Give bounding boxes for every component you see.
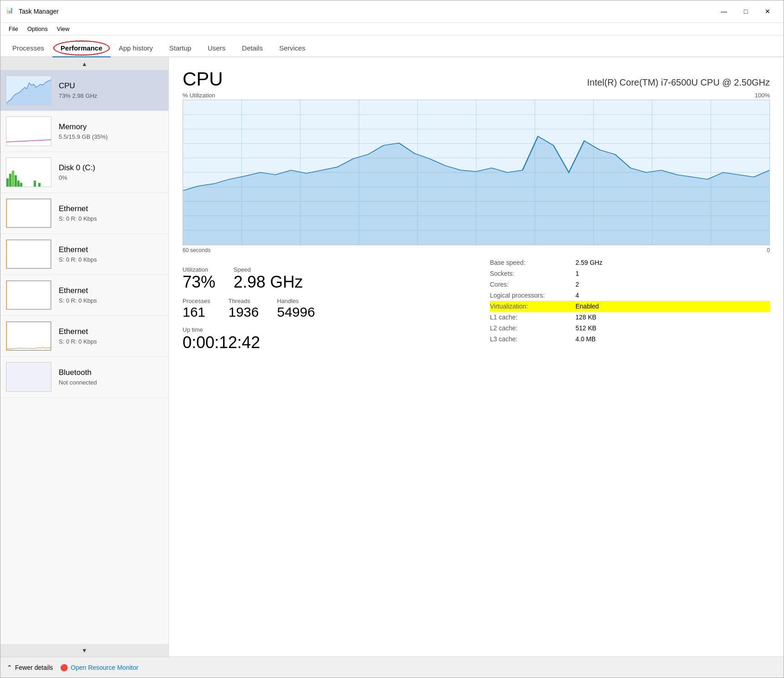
memory-detail: 5.5/15.9 GB (35%): [59, 133, 163, 140]
ethernet4-detail: S: 0 R: 0 Kbps: [59, 338, 163, 345]
tab-services[interactable]: Services: [271, 40, 314, 56]
tab-details[interactable]: Details: [234, 40, 271, 56]
processes-label: Processes: [183, 298, 210, 304]
threads-stat: Threads 1936: [229, 298, 259, 319]
ethernet1-name: Ethernet: [59, 204, 163, 213]
tab-users[interactable]: Users: [199, 40, 234, 56]
meta-cores-key: Cores:: [490, 281, 572, 288]
menu-file[interactable]: File: [4, 24, 23, 34]
svg-rect-14: [6, 240, 51, 268]
meta-base-speed: Base speed: 2.59 GHz: [490, 257, 770, 268]
tab-processes[interactable]: Processes: [4, 40, 52, 56]
uptime-value: 0:00:12:42: [183, 333, 463, 352]
svg-rect-20: [6, 363, 51, 391]
sidebar-item-ethernet2[interactable]: Ethernet S: 0 R: 0 Kbps: [0, 234, 168, 275]
meta-sockets: Sockets: 1: [490, 268, 770, 279]
tab-app-history[interactable]: App history: [111, 40, 161, 56]
disk-detail: 0%: [59, 174, 163, 181]
disk-info: Disk 0 (C:) 0%: [59, 163, 163, 181]
svg-rect-7: [15, 175, 17, 187]
cpu-info: CPU 73% 2.98 GHz: [59, 81, 163, 99]
sidebar-item-ethernet3[interactable]: Ethernet S: 0 R: 0 Kbps: [0, 275, 168, 316]
bluetooth-info: Bluetooth Not connected: [59, 368, 163, 386]
stats-row-1: Utilization 73% Speed 2.98 GHz: [183, 266, 463, 290]
close-button[interactable]: ✕: [757, 4, 778, 19]
ethernet3-thumbnail: [6, 280, 51, 310]
sidebar-item-ethernet1[interactable]: Ethernet S: 0 R: 0 Kbps: [0, 193, 168, 234]
handles-stat: Handles 54996: [277, 298, 315, 319]
svg-rect-12: [6, 199, 51, 228]
fewer-details-button[interactable]: ⌃ Fewer details: [7, 664, 53, 671]
svg-rect-16: [6, 281, 51, 309]
tab-startup[interactable]: Startup: [161, 40, 199, 56]
right-header: CPU Intel(R) Core(TM) i7-6500U CPU @ 2.5…: [183, 68, 770, 90]
open-monitor-label: Open Resource Monitor: [71, 664, 138, 671]
tab-performance[interactable]: Performance: [52, 40, 111, 57]
processes-stat: Processes 161: [183, 298, 210, 319]
bluetooth-detail: Not connected: [59, 379, 163, 386]
ethernet1-thumbnail: [6, 198, 51, 228]
panel-title: CPU: [183, 68, 223, 90]
uptime-group: Up time 0:00:12:42: [183, 326, 463, 352]
ethernet3-name: Ethernet: [59, 286, 163, 295]
meta-l3-cache: L3 cache: 4.0 MB: [490, 334, 770, 344]
titlebar: 📊 Task Manager — □ ✕: [0, 0, 784, 23]
memory-name: Memory: [59, 122, 163, 132]
maximize-button[interactable]: □: [735, 4, 756, 19]
meta-virt-val: Enabled: [575, 303, 599, 310]
performance-circle-annotation: [53, 40, 110, 56]
meta-l2-val: 512 KB: [575, 324, 596, 332]
cpu-detail: 73% 2.98 GHz: [59, 92, 163, 99]
sidebar-item-bluetooth[interactable]: Bluetooth Not connected: [0, 357, 168, 398]
meta-sockets-val: 1: [575, 270, 579, 277]
cpu-chart: [183, 100, 770, 245]
disk-name: Disk 0 (C:): [59, 163, 163, 172]
chart-labels-bottom: 60 seconds 0: [183, 247, 770, 253]
meta-logical-key: Logical processors:: [490, 292, 572, 299]
stats-left: Utilization 73% Speed 2.98 GHz Processes…: [183, 257, 463, 352]
sidebar-item-disk[interactable]: Disk 0 (C:) 0%: [0, 152, 168, 193]
right-panel: CPU Intel(R) Core(TM) i7-6500U CPU @ 2.5…: [169, 57, 784, 657]
meta-base-speed-val: 2.59 GHz: [575, 259, 602, 266]
svg-rect-5: [9, 174, 11, 187]
sidebar-scroll-up[interactable]: ▲: [0, 57, 168, 70]
meta-l2-key: L2 cache:: [490, 324, 572, 332]
window-title: Task Manager: [19, 8, 713, 15]
open-resource-monitor-link[interactable]: 🔴 Open Resource Monitor: [60, 664, 138, 671]
chart-y-label: % Utilization: [183, 92, 215, 99]
main-content: ▲ CPU 73% 2.98 GHz: [0, 57, 784, 657]
minimize-button[interactable]: —: [713, 4, 734, 19]
svg-rect-10: [34, 181, 36, 187]
app-icon: 📊: [6, 7, 15, 16]
sidebar-item-memory[interactable]: Memory 5.5/15.9 GB (35%): [0, 111, 168, 152]
handles-label: Handles: [277, 298, 315, 304]
speed-value: 2.98 GHz: [234, 274, 303, 290]
footer: ⌃ Fewer details 🔴 Open Resource Monitor: [0, 657, 784, 678]
meta-logical-processors: Logical processors: 4: [490, 290, 770, 301]
meta-l1-val: 128 KB: [575, 314, 596, 321]
sidebar-item-cpu[interactable]: CPU 73% 2.98 GHz: [0, 70, 168, 111]
utilization-stat: Utilization 73%: [183, 266, 215, 290]
menu-view[interactable]: View: [52, 24, 74, 34]
menu-options[interactable]: Options: [23, 24, 52, 34]
bottom-stats: Utilization 73% Speed 2.98 GHz Processes…: [183, 257, 770, 352]
menubar: File Options View: [0, 23, 784, 35]
handles-value: 54996: [277, 305, 315, 319]
sidebar: ▲ CPU 73% 2.98 GHz: [0, 57, 169, 657]
meta-virt-key: Virtualization:: [490, 303, 572, 310]
chevron-up-icon: ⌃: [7, 664, 12, 671]
svg-rect-11: [38, 183, 41, 187]
meta-logical-val: 4: [575, 292, 579, 299]
meta-cores-val: 2: [575, 281, 579, 288]
meta-l3-val: 4.0 MB: [575, 335, 596, 343]
bluetooth-name: Bluetooth: [59, 368, 163, 377]
uptime-label: Up time: [183, 326, 463, 333]
sidebar-item-ethernet4[interactable]: Ethernet S: 0 R: 0 Kbps: [0, 316, 168, 357]
sidebar-scroll-down[interactable]: ▼: [0, 644, 168, 657]
ethernet1-info: Ethernet S: 0 R: 0 Kbps: [59, 204, 163, 222]
panel-subtitle: Intel(R) Core(TM) i7-6500U CPU @ 2.50GHz: [587, 77, 770, 88]
ethernet2-info: Ethernet S: 0 R: 0 Kbps: [59, 245, 163, 263]
chart-x-end: 0: [767, 247, 770, 253]
bluetooth-thumbnail: [6, 362, 51, 392]
svg-rect-18: [6, 322, 51, 350]
